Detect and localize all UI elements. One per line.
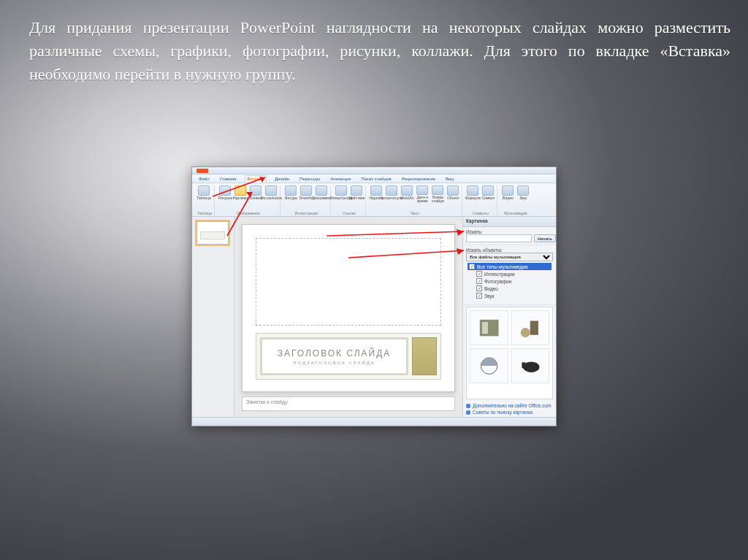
btn-equation[interactable]: Формула [466,185,479,203]
slide-title: ЗАГОЛОВОК СЛАЙДА [278,348,392,358]
powerpoint-screenshot: Файл Главная Вставка Дизайн Переходы Ани… [191,166,557,426]
ribbon: Таблица Таблицы Рисунок Картинка Снимок … [192,183,556,217]
btn-audio[interactable]: Звук [516,185,530,203]
tree-node-photo[interactable]: Фотографии [468,277,552,285]
btn-shapes[interactable]: Фигуры [284,185,297,203]
media-type-tree: Все типы мультимедиа Иллюстрации Фотогра… [466,261,553,302]
checkbox-icon[interactable] [469,264,475,269]
svg-point-5 [523,361,540,372]
btn-symbol[interactable]: Символ [481,185,495,203]
slide-body-text: Для придания презентации PowerPoint нагл… [29,16,730,86]
thumbnail-1[interactable] [196,221,229,245]
slide-subtitle: ПОДЗАГОЛОВОК СЛАЙДА [293,361,375,365]
btn-table[interactable]: Таблица [197,185,210,203]
btn-chart[interactable]: Диаграмма [315,185,328,203]
tab-file[interactable]: Файл [196,176,212,182]
svg-rect-1 [482,322,488,334]
btn-screenshot[interactable]: Снимок [249,185,262,203]
group-links: Гиперссылка Действие Ссылки [332,185,366,216]
status-bar [192,417,556,426]
btn-headerfooter[interactable]: Колонтитулы [385,185,398,203]
btn-video[interactable]: Видео [501,185,514,203]
footer-link-office[interactable]: Дополнительно на сайте Office.com [466,402,553,409]
search-button[interactable]: Начать [534,234,556,242]
result-thumb[interactable] [470,348,508,383]
editor-canvas: ЗАГОЛОВОК СЛАЙДА ПОДЗАГОЛОВОК СЛАЙДА Зам… [234,217,462,417]
notes-pane[interactable]: Заметки к слайду [242,396,455,411]
tab-design[interactable]: Дизайн [272,176,291,182]
btn-hyperlink[interactable]: Гиперссылка [335,185,348,203]
file-tab-marker [196,169,208,173]
checkbox-icon[interactable] [476,278,482,284]
slide-thumbnails[interactable] [192,217,234,417]
clipart-task-pane: Картинка Искать: Начать Искать объекты: … [462,217,556,417]
btn-wordart[interactable]: WordArt [400,185,413,203]
group-text: Надпись Колонтитулы WordArt Дата и время… [367,185,462,216]
tree-node-video[interactable]: Видео [468,285,552,292]
btn-slidenum[interactable]: Номер слайда [431,185,444,203]
tab-view[interactable]: Вид [443,176,456,182]
group-tables: Таблица Таблицы [195,185,215,216]
task-pane-title: Картинка [463,217,556,227]
content-placeholder[interactable] [256,238,441,326]
workspace: ЗАГОЛОВОК СЛАЙДА ПОДЗАГОЛОВОК СЛАЙДА Зам… [192,217,556,417]
bullet-icon [466,404,470,408]
title-area[interactable]: ЗАГОЛОВОК СЛАЙДА ПОДЗАГОЛОВОК СЛАЙДА [256,333,441,380]
tab-home[interactable]: Главная [218,176,239,182]
svg-rect-6 [522,362,525,368]
checkbox-icon[interactable] [476,293,482,299]
footer-link-tips[interactable]: Советы по поиску картинок [466,409,553,415]
scope-row: Искать объекты: Все файлы мультимедиа Вс… [463,245,556,305]
clipart-results [466,307,553,399]
svg-point-2 [521,328,530,337]
tab-anim[interactable]: Анимация [328,176,353,182]
search-row: Искать: Начать [463,227,556,245]
group-images: Рисунок Картинка Снимок Фотоальбом Изобр… [216,185,280,216]
btn-textbox[interactable]: Надпись [370,185,383,203]
tree-node-illustr[interactable]: Иллюстрации [468,270,552,277]
tab-review[interactable]: Рецензирование [400,176,438,182]
group-media: Видео Звук Мультимедиа [499,185,532,216]
result-thumb[interactable] [470,310,508,345]
group-symbols: Формула Символ Символы [464,185,497,216]
tab-show[interactable]: Показ слайдов [359,176,393,182]
quick-access-toolbar [192,167,556,174]
btn-datetime[interactable]: Дата и время [416,185,429,203]
tree-node-all[interactable]: Все типы мультимедиа [468,263,552,270]
result-thumb[interactable] [511,310,550,345]
accent-swatch [412,337,437,375]
btn-photoalbum[interactable]: Фотоальбом [264,185,278,203]
group-illustrations: Фигуры SmartArt Диаграмма Иллюстрации [282,185,331,216]
tree-node-audio[interactable]: Звук [468,292,552,299]
bullet-icon [466,410,470,415]
btn-object[interactable]: Объект [446,185,459,203]
checkbox-icon[interactable] [476,271,482,277]
tab-insert[interactable]: Вставка [245,175,267,183]
scope-label: Искать объекты: [466,248,553,253]
btn-clipart[interactable]: Картинка [234,185,247,203]
scope-select[interactable]: Все файлы мультимедиа [466,253,553,261]
checkbox-icon[interactable] [476,285,482,291]
tab-trans[interactable]: Переходы [297,176,322,182]
search-input[interactable] [466,234,532,242]
btn-action[interactable]: Действие [350,185,363,203]
search-label: Искать: [466,229,553,234]
btn-smartart[interactable]: SmartArt [299,185,313,203]
btn-picture[interactable]: Рисунок [218,185,232,203]
result-thumb[interactable] [511,348,550,383]
task-pane-footer: Дополнительно на сайте Office.com Советы… [463,401,556,417]
ribbon-tabs: Файл Главная Вставка Дизайн Переходы Ани… [192,174,556,183]
current-slide[interactable]: ЗАГОЛОВОК СЛАЙДА ПОДЗАГОЛОВОК СЛАЙДА [242,224,455,392]
presentation-slide: Для придания презентации PowerPoint нагл… [0,0,748,560]
title-text-box[interactable]: ЗАГОЛОВОК СЛАЙДА ПОДЗАГОЛОВОК СЛАЙДА [260,337,408,375]
svg-rect-3 [530,321,538,334]
